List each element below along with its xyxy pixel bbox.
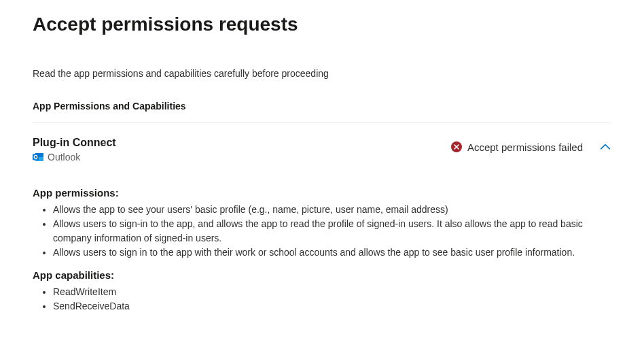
list-item: ReadWriteItem	[53, 285, 611, 299]
capabilities-section: App capabilities: ReadWriteItem SendRece…	[33, 269, 611, 313]
capabilities-list: ReadWriteItem SendReceiveData	[33, 285, 611, 313]
status-badge: Accept permissions failed	[451, 141, 583, 153]
permissions-heading: App permissions:	[33, 187, 611, 199]
permissions-list: Allows the app to see your users' basic …	[33, 203, 611, 260]
section-heading: App Permissions and Capabilities	[33, 101, 611, 112]
status-text: Accept permissions failed	[467, 141, 583, 153]
plugin-header: Plug-in Connect Outlook Accept permis	[33, 137, 611, 163]
plugin-name: Plug-in Connect	[33, 137, 116, 149]
plugin-info: Plug-in Connect Outlook	[33, 137, 116, 163]
list-item: Allows users to sign-in to the app, and …	[53, 217, 611, 245]
permissions-section: App permissions: Allows the app to see y…	[33, 187, 611, 260]
plugin-status-area: Accept permissions failed	[451, 137, 611, 153]
list-item: Allows users to sign in to the app with …	[53, 245, 611, 260]
plugin-product-label: Outlook	[48, 152, 80, 163]
outlook-icon	[33, 152, 43, 163]
section-divider	[33, 122, 611, 123]
chevron-up-icon[interactable]	[599, 141, 611, 153]
capabilities-heading: App capabilities:	[33, 269, 611, 281]
plugin-product: Outlook	[33, 152, 116, 163]
intro-text: Read the app permissions and capabilitie…	[33, 68, 611, 79]
list-item: Allows the app to see your users' basic …	[53, 203, 611, 217]
page-title: Accept permissions requests	[33, 14, 611, 35]
list-item: SendReceiveData	[53, 299, 611, 313]
error-icon	[451, 141, 462, 152]
